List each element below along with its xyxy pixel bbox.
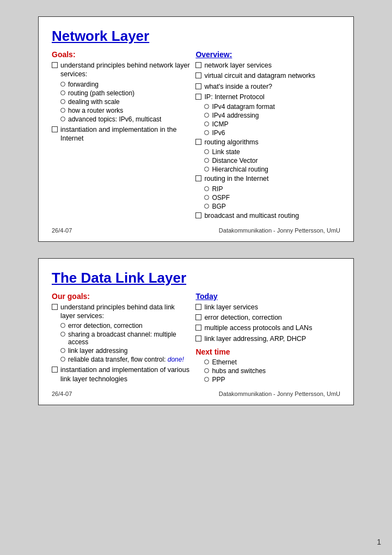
slide1-footer-center: Datakommunikation - Jonny Pettersson, Um… [219, 227, 340, 234]
list-item-text: routing (path selection) [68, 89, 134, 97]
list-item-text: dealing with scale [68, 98, 120, 106]
slide1-internet-sub: RIP OSPF BGP [195, 185, 340, 210]
list-item-text: IPv4 addressing [212, 112, 259, 119]
list-item: virtual circuit and datagram networks [195, 71, 340, 80]
list-item: multiple access protocols and LANs [195, 324, 340, 332]
list-item-text: virtual circuit and datagram networks [204, 71, 315, 80]
list-item-text: error detection, correction [68, 322, 143, 330]
slide1-left-list2: instantiation and implementation in the … [52, 125, 190, 143]
slide1-sub1: forwarding routing (path selection) deal… [52, 81, 190, 123]
list-item: advanced topics: IPv6, multicast [60, 115, 190, 123]
slide2-left-list2: instantiation and implementation of vari… [52, 365, 190, 383]
slide2-left-list: understand principles behind data link l… [52, 303, 190, 321]
list-item-text: sharing a broadcast channel: multiple ac… [68, 331, 190, 346]
list-item: Ethernet [204, 358, 340, 366]
list-item-text: instantiation and implementation of vari… [60, 365, 190, 383]
list-item-text: reliable data transfer, flow control: do… [68, 356, 184, 363]
list-item-text: BGP [212, 203, 225, 210]
list-item-text: PPP [212, 376, 225, 383]
list-item-text: Distance Vector [212, 157, 258, 164]
list-item: understand principles behind data link l… [52, 303, 190, 321]
slide1-title: Network Layer [52, 28, 340, 45]
list-item-text: ICMP [212, 120, 228, 128]
list-item-text: OSPF [212, 194, 230, 202]
slide1-right-list: network layer services virtual circuit a… [195, 61, 340, 101]
slide2-right: Today link layer services error detectio… [195, 292, 340, 385]
list-item-text: multiple access protocols and LANs [204, 324, 312, 332]
list-item-text: forwarding [68, 81, 99, 88]
list-item: IPv4 datagram format [204, 103, 340, 111]
list-item: understand principles behind network lay… [52, 61, 190, 79]
list-item: IPv6 [204, 129, 340, 137]
list-item-text: broadcast and multicast routing [204, 211, 299, 220]
list-item: routing (path selection) [60, 89, 190, 97]
slide2-content: Our goals: understand principles behind … [52, 292, 340, 385]
slide1-left-list: understand principles behind network lay… [52, 61, 190, 79]
list-item: ICMP [204, 120, 340, 128]
slide2-title: The Data Link Layer [52, 270, 340, 286]
list-item: BGP [204, 203, 340, 210]
slide1-left: Goals: understand principles behind netw… [52, 50, 190, 222]
slide1-goals-label: Goals: [52, 50, 190, 59]
list-item: dealing with scale [60, 98, 190, 106]
list-item-text: Ethernet [212, 358, 236, 366]
list-item: broadcast and multicast routing [195, 211, 340, 220]
list-item: PPP [204, 376, 340, 383]
slide2-next-time-list: Ethernet hubs and switches PPP [195, 358, 340, 383]
slide2-next-time-label: Next time [195, 347, 340, 356]
slide1-right-list2: routing algorithms [195, 138, 340, 147]
list-item: OSPF [204, 194, 340, 202]
slide1-right-list3: routing in the Internet [195, 174, 340, 183]
list-item-text: routing in the Internet [204, 174, 268, 183]
list-item-text: hubs and switches [212, 367, 266, 375]
slide2-sub1: error detection, correction sharing a br… [52, 322, 190, 363]
list-item-text: IP: Internet Protocol [204, 93, 264, 101]
list-item-text: IPv4 datagram format [212, 103, 274, 111]
list-item-text: advanced topics: IPv6, multicast [68, 115, 161, 123]
list-item: link layer services [195, 303, 340, 312]
list-item: hubs and switches [204, 367, 340, 375]
list-item-text: RIP [212, 185, 223, 193]
list-item-text: link layer services [204, 303, 258, 312]
list-item: RIP [204, 185, 340, 193]
list-item-text: Link state [212, 148, 240, 156]
slide2-footer-date: 26/4-07 [52, 391, 72, 397]
slide1-right: Overview: network layer services virtual… [195, 50, 340, 222]
slide-2: The Data Link Layer Our goals: understan… [38, 258, 354, 405]
list-item-text: how a router works [68, 107, 123, 114]
list-item: reliable data transfer, flow control: do… [60, 356, 190, 363]
list-item-text: link layer addressing, ARP, DHCP [204, 334, 306, 343]
list-item: what's inside a router? [195, 82, 340, 91]
slide1-routing-sub: Link state Distance Vector Hierarchical … [195, 148, 340, 173]
list-item: link layer addressing, ARP, DHCP [195, 334, 340, 343]
list-item: forwarding [60, 81, 190, 88]
slide1-footer-date: 26/4-07 [52, 227, 72, 234]
list-item: sharing a broadcast channel: multiple ac… [60, 331, 190, 346]
list-item-text: what's inside a router? [204, 82, 272, 91]
list-item: routing in the Internet [195, 174, 340, 183]
list-item: IPv4 addressing [204, 112, 340, 119]
done-label: done! [168, 356, 184, 363]
list-item-text: Hierarchical routing [212, 166, 268, 173]
list-item: IP: Internet Protocol [195, 93, 340, 101]
slide2-footer-center: Datakommunikation - Jonny Pettersson, Um… [219, 391, 340, 397]
list-item-text: instantiation and implementation in the … [60, 125, 190, 143]
list-item: Hierarchical routing [204, 166, 340, 173]
slide1-content: Goals: understand principles behind netw… [52, 50, 340, 222]
list-item-text: link layer addressing [68, 347, 127, 355]
list-item-text: error detection, correction [204, 313, 281, 322]
list-item-text: IPv6 [212, 129, 225, 137]
slide2-today-list: link layer services error detection, cor… [195, 303, 340, 343]
list-item-text: understand principles behind data link l… [60, 303, 190, 321]
page-number: 1 [377, 538, 381, 546]
list-item: how a router works [60, 107, 190, 114]
list-item: error detection, correction [60, 322, 190, 330]
list-item: error detection, correction [195, 313, 340, 322]
slide2-left: Our goals: understand principles behind … [52, 292, 190, 385]
list-item: routing algorithms [195, 138, 340, 147]
list-item: network layer services [195, 61, 340, 70]
list-item: link layer addressing [60, 347, 190, 355]
slide2-footer: 26/4-07 Datakommunikation - Jonny Petter… [52, 391, 340, 397]
slide-1: Network Layer Goals: understand principl… [38, 16, 354, 242]
list-item: instantiation and implementation of vari… [52, 365, 190, 383]
